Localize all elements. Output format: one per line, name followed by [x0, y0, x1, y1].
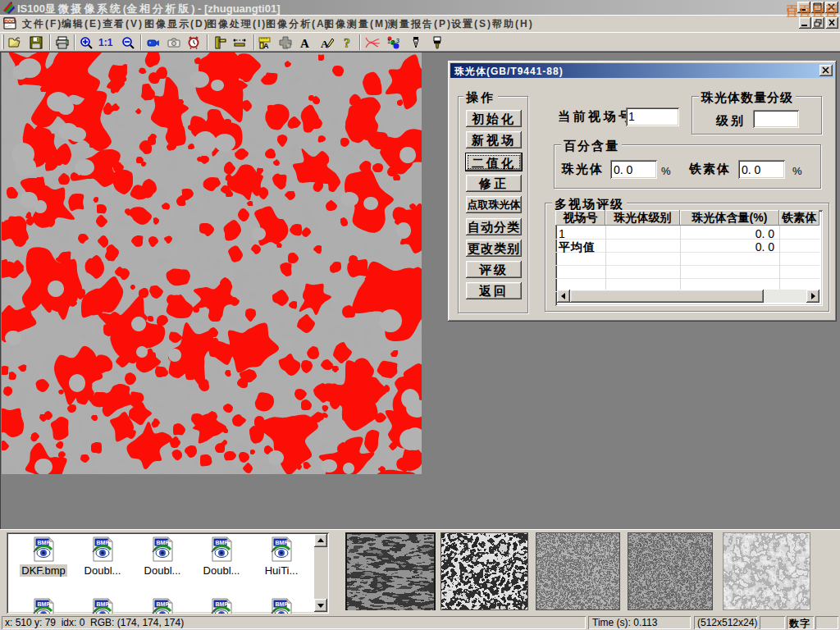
svg-text:BMP: BMP — [216, 540, 229, 546]
svg-text:A: A — [300, 37, 309, 49]
svg-text:BMP: BMP — [157, 540, 170, 546]
svg-text:BMP: BMP — [216, 601, 229, 607]
svg-text:BMP: BMP — [276, 540, 289, 546]
svg-text:?: ? — [344, 36, 350, 49]
svg-text:BMP: BMP — [38, 540, 51, 546]
svg-text:BMP: BMP — [97, 601, 110, 607]
svg-text:A: A — [263, 42, 269, 49]
svg-text:BMP: BMP — [276, 601, 289, 607]
svg-text:2: 2 — [391, 39, 395, 45]
svg-text:BMP: BMP — [157, 601, 170, 607]
svg-text:BMP: BMP — [38, 601, 51, 607]
svg-text:BMP: BMP — [97, 540, 110, 546]
svg-text:1: 1 — [387, 39, 390, 44]
svg-text:1:1: 1:1 — [98, 37, 113, 48]
svg-text:3: 3 — [396, 38, 399, 43]
